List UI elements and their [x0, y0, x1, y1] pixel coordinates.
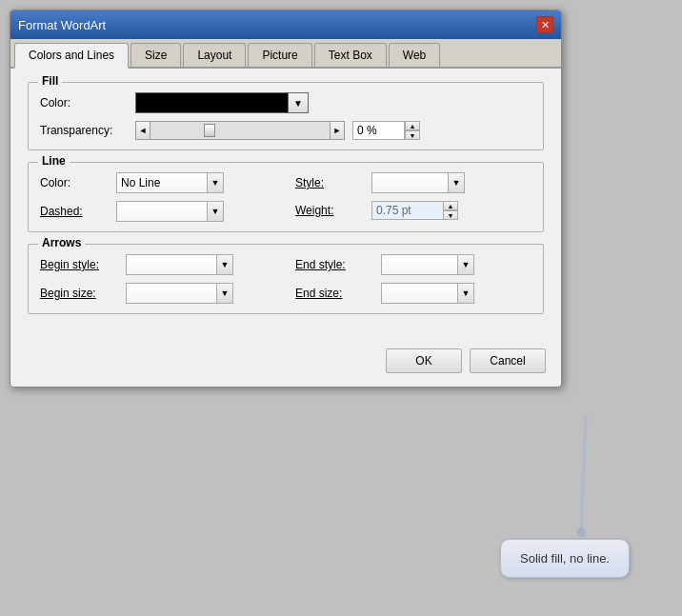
tooltip-pointer-svg: [529, 415, 643, 539]
arrows-two-col: Begin style: ▼ Begin size:: [40, 254, 532, 304]
begin-size-input[interactable]: [126, 283, 216, 304]
line-section-label: Line: [38, 154, 70, 168]
dialog-title: Format WordArt: [18, 18, 106, 32]
dropdown-arrow-icon: ▼: [211, 178, 220, 188]
line-dashed-label: Dashed:: [40, 205, 116, 218]
transparency-spinner: ▲ ▼: [352, 121, 420, 140]
dropdown-arrow-icon: ▼: [211, 207, 220, 216]
transparency-input[interactable]: [352, 121, 405, 140]
transparency-up-button[interactable]: ▲: [405, 121, 420, 130]
line-dashed-row: Dashed: ▼: [40, 201, 276, 222]
line-style-input[interactable]: [371, 172, 448, 193]
line-weight-input[interactable]: [371, 201, 443, 220]
begin-style-label: Begin style:: [40, 258, 126, 271]
tab-layout[interactable]: Layout: [183, 43, 246, 67]
fill-color-row: Color: ▼: [40, 92, 532, 113]
begin-style-dropdown-button[interactable]: ▼: [216, 254, 233, 275]
end-size-label: End size:: [295, 287, 381, 300]
transparency-spinner-buttons: ▲ ▼: [405, 121, 420, 140]
tab-text-box[interactable]: Text Box: [314, 43, 387, 67]
left-arrow-icon: ◄: [139, 126, 148, 135]
fill-color-dropdown-button[interactable]: ▼: [288, 92, 309, 113]
fill-color-label: Color:: [40, 96, 135, 109]
begin-size-label: Begin size:: [40, 287, 126, 300]
line-two-col: Color: ▼ Dashed:: [40, 172, 532, 222]
tab-picture[interactable]: Picture: [248, 43, 311, 67]
arrows-left-col: Begin style: ▼ Begin size:: [40, 254, 276, 304]
dropdown-arrow-icon: ▼: [462, 260, 471, 269]
transparency-slider-wrap: ◄ ►: [135, 121, 345, 140]
begin-size-select-wrap: ▼: [126, 283, 233, 304]
dialog-content: Fill Color: ▼ Transparency: ◄: [10, 69, 561, 341]
line-color-dropdown-button[interactable]: ▼: [207, 172, 224, 193]
fill-section: Fill Color: ▼ Transparency: ◄: [28, 82, 544, 150]
tooltip-box: Solid fill, no line.: [500, 539, 630, 578]
svg-line-0: [581, 415, 586, 529]
down-arrow-icon: ▼: [448, 212, 454, 219]
end-style-select-wrap: ▼: [381, 254, 474, 275]
line-color-select-wrap: ▼: [116, 172, 224, 193]
arrows-section: Arrows Begin style: ▼: [28, 244, 544, 314]
transparency-slider-track[interactable]: [150, 121, 330, 140]
transparency-label: Transparency:: [40, 124, 135, 137]
format-wordart-dialog: Format WordArt ✕ Colors and Lines Size L…: [10, 10, 562, 387]
dropdown-arrow-icon: ▼: [221, 288, 230, 298]
up-arrow-icon: ▲: [410, 123, 416, 129]
title-bar: Format WordArt ✕: [10, 10, 561, 39]
right-arrow-icon: ►: [333, 126, 342, 135]
line-section: Line Color: ▼: [28, 162, 544, 232]
end-style-row: End style: ▼: [295, 254, 532, 275]
transparency-down-button[interactable]: ▼: [405, 130, 420, 140]
line-weight-row: Weight: ▲ ▼: [295, 201, 532, 220]
ok-button[interactable]: OK: [386, 348, 462, 373]
tooltip-text: Solid fill, no line.: [520, 551, 610, 566]
line-color-label: Color:: [40, 176, 116, 189]
dropdown-arrow-icon: ▼: [221, 260, 230, 269]
line-dashed-dropdown-button[interactable]: ▼: [207, 201, 224, 222]
slider-thumb[interactable]: [204, 124, 215, 137]
cancel-button[interactable]: Cancel: [470, 348, 546, 373]
arrows-section-label: Arrows: [38, 236, 85, 249]
tab-bar: Colors and Lines Size Layout Picture Tex…: [10, 39, 561, 69]
dropdown-arrow-icon: ▼: [452, 178, 461, 188]
line-style-dropdown-button[interactable]: ▼: [448, 172, 465, 193]
end-size-dropdown-button[interactable]: ▼: [457, 283, 474, 304]
line-style-row: Style: ▼: [295, 172, 532, 193]
slider-left-arrow-button[interactable]: ◄: [135, 121, 150, 140]
line-dashed-select-wrap: ▼: [116, 201, 224, 222]
line-style-select-wrap: ▼: [371, 172, 465, 193]
line-color-row: Color: ▼: [40, 172, 276, 193]
line-weight-spinner: ▲ ▼: [371, 201, 458, 220]
weight-spinner-buttons: ▲ ▼: [443, 201, 458, 220]
tooltip-container: Solid fill, no line.: [500, 539, 630, 578]
fill-transparency-row: Transparency: ◄ ►: [40, 121, 532, 140]
end-size-input[interactable]: [381, 283, 457, 304]
line-style-label: Style:: [295, 176, 371, 189]
tab-colors-lines[interactable]: Colors and Lines: [14, 43, 129, 69]
tab-web[interactable]: Web: [389, 43, 440, 67]
begin-style-select-wrap: ▼: [126, 254, 233, 275]
begin-style-row: Begin style: ▼: [40, 254, 276, 275]
line-left-col: Color: ▼ Dashed:: [40, 172, 276, 222]
line-weight-label: Weight:: [295, 204, 371, 217]
dropdown-arrow-icon: ▼: [293, 98, 303, 109]
slider-right-arrow-button[interactable]: ►: [330, 121, 345, 140]
down-arrow-icon: ▼: [410, 132, 416, 139]
end-style-input[interactable]: [381, 254, 457, 275]
tab-size[interactable]: Size: [130, 43, 181, 67]
line-color-input[interactable]: [116, 172, 207, 193]
close-button[interactable]: ✕: [536, 16, 553, 33]
begin-size-dropdown-button[interactable]: ▼: [216, 283, 233, 304]
end-size-select-wrap: ▼: [381, 283, 474, 304]
svg-point-1: [576, 527, 586, 537]
begin-style-input[interactable]: [126, 254, 216, 275]
close-icon: ✕: [541, 19, 550, 31]
line-dashed-input[interactable]: [116, 201, 207, 222]
weight-down-button[interactable]: ▼: [443, 210, 458, 220]
end-style-dropdown-button[interactable]: ▼: [457, 254, 474, 275]
end-size-row: End size: ▼: [295, 283, 532, 304]
fill-color-input-wrap: ▼: [135, 92, 309, 113]
weight-up-button[interactable]: ▲: [443, 201, 458, 210]
fill-color-swatch[interactable]: [135, 92, 288, 113]
line-right-col: Style: ▼ Weight:: [295, 172, 532, 222]
